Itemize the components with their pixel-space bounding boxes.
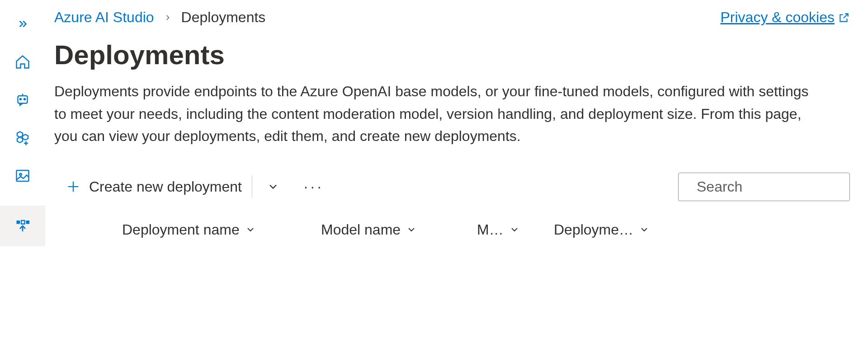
image-icon	[14, 168, 31, 184]
expand-sidebar-button[interactable]	[14, 16, 31, 32]
sidebar-item-chat[interactable]	[14, 92, 31, 108]
column-label: M…	[477, 221, 504, 238]
home-icon	[14, 54, 31, 70]
privacy-cookies-link[interactable]: Privacy & cookies	[720, 9, 850, 26]
svg-point-1	[20, 99, 21, 100]
privacy-label: Privacy & cookies	[720, 9, 835, 26]
chevron-down-icon	[406, 224, 417, 235]
top-row: Azure AI Studio Deployments Privacy & co…	[54, 9, 850, 26]
page-title: Deployments	[54, 39, 850, 70]
svg-rect-12	[21, 221, 25, 224]
toolbar-divider	[252, 175, 252, 198]
column-label: Model name	[321, 221, 401, 238]
svg-point-2	[24, 99, 25, 100]
svg-rect-13	[26, 221, 30, 224]
column-label: Deployme…	[554, 221, 633, 238]
svg-point-10	[19, 174, 22, 176]
main-content: Azure AI Studio Deployments Privacy & co…	[45, 0, 868, 343]
external-link-icon	[838, 12, 850, 23]
svg-marker-5	[17, 137, 23, 143]
column-header-model-name[interactable]: Model name	[321, 221, 477, 238]
sidebar-item-images[interactable]	[14, 168, 31, 184]
create-dropdown-button[interactable]	[259, 178, 287, 196]
svg-rect-0	[18, 96, 28, 103]
create-deployment-button[interactable]: Create new deployment	[66, 179, 252, 195]
breadcrumb: Azure AI Studio Deployments	[54, 9, 265, 26]
breadcrumb-root-link[interactable]: Azure AI Studio	[54, 9, 154, 26]
chevron-right-double-icon	[16, 17, 29, 31]
column-label: Deployment name	[122, 221, 240, 238]
sidebar-item-models[interactable]	[14, 130, 31, 146]
column-header-deployment-truncated[interactable]: Deployme…	[554, 221, 658, 238]
toolbar: Create new deployment ···	[54, 173, 850, 201]
svg-rect-11	[17, 221, 20, 224]
sidebar	[0, 0, 45, 343]
column-header-m-truncated[interactable]: M…	[477, 221, 554, 238]
page-description: Deployments provide endpoints to the Azu…	[54, 80, 823, 148]
breadcrumb-current: Deployments	[181, 9, 266, 26]
toolbar-left: Create new deployment ···	[66, 175, 324, 198]
chevron-right-icon	[163, 9, 172, 26]
chevron-down-icon	[639, 224, 650, 235]
hexagons-plus-icon	[14, 130, 31, 146]
chevron-down-icon	[245, 224, 256, 235]
sidebar-item-deployments[interactable]	[0, 206, 45, 246]
bot-icon	[14, 92, 31, 108]
more-actions-button[interactable]: ···	[304, 179, 324, 195]
svg-marker-4	[17, 132, 23, 137]
sidebar-item-home[interactable]	[14, 54, 31, 70]
plus-icon	[66, 179, 81, 194]
search-input[interactable]	[697, 179, 868, 195]
column-header-deployment-name[interactable]: Deployment name	[122, 221, 321, 238]
create-deployment-label: Create new deployment	[89, 179, 242, 195]
chevron-down-icon	[509, 224, 520, 235]
deploy-icon	[14, 218, 31, 234]
svg-marker-6	[23, 135, 28, 140]
svg-line-15	[844, 14, 848, 18]
search-box[interactable]	[678, 173, 850, 201]
table-header-row: Deployment name Model name M… Deployme…	[54, 221, 850, 238]
chevron-down-icon	[267, 180, 279, 193]
